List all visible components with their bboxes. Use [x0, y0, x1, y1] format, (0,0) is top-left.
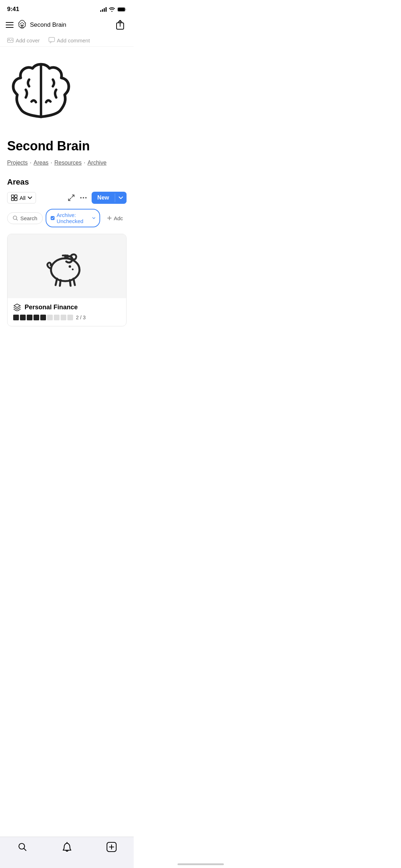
- add-cover-button[interactable]: Add cover: [7, 37, 40, 43]
- archive-filter-label: Archive: Unchecked: [57, 212, 90, 224]
- progress-text: 2 / 3: [76, 315, 86, 320]
- status-bar: 9:41: [0, 0, 134, 16]
- filter-bar: All New: [7, 192, 127, 204]
- breadcrumb-projects[interactable]: Projects: [7, 160, 28, 166]
- share-button[interactable]: [114, 19, 127, 31]
- add-filter-pill[interactable]: Adc: [103, 213, 127, 224]
- card-body-personal-finance: Personal Finance 2 / 3: [7, 298, 126, 326]
- add-comment-button[interactable]: Add comment: [48, 37, 90, 43]
- svg-rect-8: [15, 195, 17, 197]
- svg-rect-5: [49, 37, 55, 42]
- header-left: Second Brain: [6, 19, 66, 31]
- status-icons: [100, 7, 127, 12]
- search-label: Search: [20, 215, 37, 221]
- search-filter-row: Search Archive: Unchecked Adc: [7, 209, 127, 227]
- card-personal-finance[interactable]: Personal Finance 2 / 3: [7, 234, 127, 326]
- main-content: Second Brain Projects · Areas · Resource…: [0, 47, 134, 362]
- breadcrumb-dot-3: ·: [84, 160, 85, 166]
- header-title-wrapper: Second Brain: [17, 19, 66, 31]
- svg-rect-7: [11, 195, 14, 197]
- page-title: Second Brain: [7, 139, 127, 153]
- svg-point-14: [68, 265, 71, 268]
- status-time: 9:41: [7, 6, 19, 13]
- battery-icon: [117, 7, 127, 12]
- new-button[interactable]: New: [92, 192, 115, 204]
- page-brain-icon: [7, 61, 127, 130]
- svg-rect-10: [15, 198, 17, 201]
- wifi-icon: [109, 7, 115, 12]
- breadcrumb-row: Projects · Areas · Resources · Archive: [7, 160, 127, 166]
- progress-row: 2 / 3: [13, 315, 120, 320]
- card-grid: Personal Finance 2 / 3: [7, 234, 127, 362]
- header-nav: Second Brain: [0, 16, 134, 34]
- breadcrumb-areas[interactable]: Areas: [34, 160, 48, 166]
- brain-small-icon: [17, 19, 27, 31]
- layers-icon: [13, 303, 21, 311]
- svg-rect-9: [11, 198, 14, 201]
- svg-point-4: [9, 39, 10, 40]
- view-selector[interactable]: All: [7, 192, 36, 203]
- card-title: Personal Finance: [25, 304, 78, 311]
- progress-blocks: [13, 315, 73, 320]
- archive-filter-pill[interactable]: Archive: Unchecked: [46, 209, 101, 227]
- section-heading: Areas: [7, 177, 127, 187]
- svg-rect-1: [118, 7, 125, 11]
- card-image-personal-finance: [7, 234, 126, 298]
- signal-bars-icon: [100, 7, 107, 12]
- breadcrumb-resources[interactable]: Resources: [55, 160, 82, 166]
- view-all-label: All: [20, 195, 26, 201]
- svg-point-13: [51, 258, 79, 281]
- new-button-group[interactable]: New: [92, 192, 127, 204]
- svg-point-15: [72, 269, 73, 270]
- more-options-icon[interactable]: [78, 196, 89, 200]
- card-title-row: Personal Finance: [13, 303, 120, 311]
- add-filter-label: Adc: [114, 215, 123, 221]
- header-title: Second Brain: [30, 21, 66, 29]
- search-pill[interactable]: Search: [7, 212, 43, 224]
- breadcrumb-dot-1: ·: [30, 160, 31, 166]
- expand-icon[interactable]: [67, 194, 75, 202]
- add-action-bar: Add cover Add comment: [0, 34, 134, 47]
- hamburger-icon[interactable]: [6, 22, 14, 28]
- breadcrumb-dot-2: ·: [51, 160, 52, 166]
- new-button-dropdown[interactable]: [115, 193, 127, 202]
- breadcrumb-archive[interactable]: Archive: [87, 160, 106, 166]
